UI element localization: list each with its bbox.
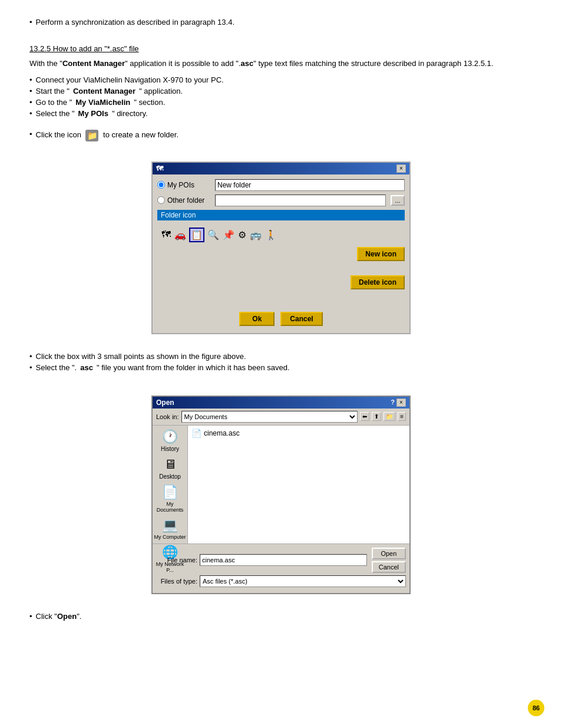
radio-my-pois[interactable] <box>157 181 165 189</box>
radio-my-pois-label[interactable]: My POIs <box>157 181 210 189</box>
toolbar-view-btn[interactable]: ≡ <box>398 412 406 421</box>
toolbar-new-folder-btn[interactable]: 📁 <box>384 412 395 421</box>
open-dialog-footer: File name: Open Cancel Files of type: As… <box>153 543 409 593</box>
icon-settings[interactable]: ⚙ <box>237 229 247 241</box>
radio-other-folder[interactable] <box>157 196 165 204</box>
bullet-connect: Connect your ViaMichelin Navigation X-97… <box>29 75 533 84</box>
open-dialog-body: 🕐 History 🖥 Desktop 📄 My Documents 💻 My … <box>153 426 409 543</box>
dialog-buttons: Ok Cancel <box>157 307 405 328</box>
folder-dialog-content: My POIs Other folder ... Folder icon <box>153 174 409 333</box>
dialog-title-icon: 🗺 <box>156 164 163 173</box>
icon-pedestrian[interactable]: 🚶 <box>265 229 277 241</box>
file-name-cinema: cinema.asc <box>204 429 240 437</box>
open-dialog-sidebar: 🕐 History 🖥 Desktop 📄 My Documents 💻 My … <box>153 426 188 543</box>
folder-name-input[interactable] <box>215 179 405 191</box>
bullet-click-open: Click "Open". <box>29 612 533 621</box>
folder-dialog: 🗺 × My POIs Other folder ... <box>151 162 411 334</box>
icon-car[interactable]: 🚗 <box>174 229 187 241</box>
icon-area: 🗺 🚗 📋 🔍 📌 ⚙ 🚌 🚶 <box>157 223 405 247</box>
open-dialog-wrapper: Open ? × Look in: My Documents ⬅ ⬆ 📁 ≡ 🕐… <box>29 396 533 594</box>
folder-dialog-wrapper: 🗺 × My POIs Other folder ... <box>29 162 533 334</box>
filetype-row: Files of type: Asc files (*.asc) <box>156 575 406 587</box>
bullet-select: Select the "My POIs" directory. <box>29 109 533 118</box>
sidebar-history[interactable]: 🕐 History <box>161 429 179 452</box>
filename-label: File name: <box>156 556 197 564</box>
open-dialog-close[interactable]: × <box>396 398 406 407</box>
delete-icon-button[interactable]: Delete icon <box>351 275 405 289</box>
icon-bus[interactable]: 🚌 <box>249 229 262 241</box>
bullet-click-box: Click the box with 3 small points as sho… <box>29 352 533 361</box>
other-folder-row: Other folder ... <box>157 195 405 206</box>
sidebar-my-computer[interactable]: 💻 My Computer <box>154 518 186 540</box>
bullet-sync: Perform a synchronization as described i… <box>29 18 533 27</box>
files-area: 📄 cinema.asc <box>188 426 409 543</box>
bullet-start: Start the "Content Manager" application. <box>29 87 533 95</box>
my-pois-row: My POIs <box>157 179 405 191</box>
paragraph-1: With the "Content Manager" application i… <box>29 58 533 70</box>
bullet-select-asc: Select the ".asc" file you want from the… <box>29 363 533 372</box>
icon-pin[interactable]: 📌 <box>222 229 235 241</box>
other-folder-input[interactable] <box>215 195 386 206</box>
icon-search[interactable]: 🔍 <box>207 229 220 241</box>
lookin-select[interactable]: My Documents <box>181 411 358 423</box>
new-icon-button[interactable]: New icon <box>357 247 405 261</box>
toolbar-up-btn[interactable]: ⬆ <box>372 412 381 421</box>
section-heading: 13.2.5 How to add an "*.asc" file <box>29 44 533 53</box>
open-dialog-toolbar: Look in: My Documents ⬅ ⬆ 📁 ≡ <box>153 409 409 426</box>
radio-other-label[interactable]: Other folder <box>157 196 210 205</box>
filename-input[interactable] <box>200 554 367 566</box>
cancel-button[interactable]: Cancel <box>280 312 322 326</box>
icon-row: 🗺 🚗 📋 🔍 📌 ⚙ 🚌 🚶 <box>161 225 401 245</box>
sidebar-my-documents[interactable]: 📄 My Documents <box>153 485 187 513</box>
bullet-click-icon: Click the icon 📁 to create a new folder. <box>29 130 533 141</box>
file-icon-cinema: 📄 <box>191 429 201 438</box>
open-dialog: Open ? × Look in: My Documents ⬅ ⬆ 📁 ≡ 🕐… <box>151 396 411 594</box>
filetype-select[interactable]: Asc files (*.asc) <box>200 575 406 587</box>
ok-button[interactable]: Ok <box>239 312 275 326</box>
open-file-button[interactable]: Open <box>372 548 406 559</box>
steps-group: Connect your ViaMichelin Navigation X-97… <box>29 75 533 118</box>
sidebar-desktop[interactable]: 🖥 Desktop <box>159 457 181 480</box>
folder-create-icon: 📁 <box>85 130 98 141</box>
new-icon-row: New icon <box>157 247 405 265</box>
cancel-file-button[interactable]: Cancel <box>372 561 406 573</box>
file-item-cinema[interactable]: 📄 cinema.asc <box>190 428 407 439</box>
dialog-close-button[interactable]: × <box>396 164 406 173</box>
bullet-goto: Go to the "My ViaMichelin" section. <box>29 98 533 107</box>
browse-button[interactable]: ... <box>391 195 405 206</box>
filename-row: File name: Open Cancel <box>156 548 406 573</box>
filetype-label: Files of type: <box>156 578 197 585</box>
lookin-label: Look in: <box>156 413 179 420</box>
delete-icon-row: Delete icon <box>157 275 405 293</box>
icon-document[interactable]: 📋 <box>189 228 204 242</box>
icon-map[interactable]: 🗺 <box>161 229 171 241</box>
open-dialog-title: Open <box>156 398 174 407</box>
open-dialog-question: ? <box>391 398 395 407</box>
folder-dialog-titlebar: 🗺 × <box>153 163 409 174</box>
steps-group-2: Click the box with 3 small points as sho… <box>29 352 533 372</box>
page-number: 86 <box>528 700 544 716</box>
folder-icon-label: Folder icon <box>157 210 405 220</box>
toolbar-back-btn[interactable]: ⬅ <box>360 412 369 421</box>
open-dialog-titlebar: Open ? × <box>153 397 409 409</box>
